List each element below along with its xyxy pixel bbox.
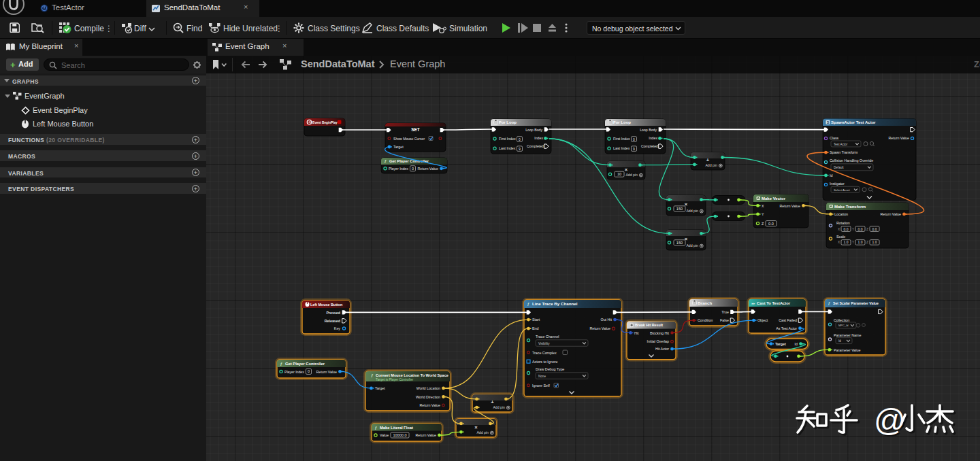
svg-text:Default: Default xyxy=(834,166,844,169)
svg-text:Value: Value xyxy=(380,433,389,437)
svg-text:Get Player Controller: Get Player Controller xyxy=(285,362,325,366)
svg-text:Released: Released xyxy=(325,319,340,323)
svg-text:Player Index: Player Index xyxy=(284,370,304,374)
svg-text:S: S xyxy=(827,120,830,124)
svg-text:Collection: Collection xyxy=(834,318,849,322)
svg-text:×: × xyxy=(474,424,478,430)
svg-text:X: X xyxy=(762,204,764,208)
svg-text:Target: Target xyxy=(375,386,385,390)
svg-text:Trace Channel: Trace Channel xyxy=(536,335,559,339)
svg-text:Trace Complex: Trace Complex xyxy=(532,351,557,355)
svg-text:Loop Body: Loop Body xyxy=(640,128,657,132)
svg-text:Location: Location xyxy=(834,212,848,216)
svg-text:Condition: Condition xyxy=(698,318,713,322)
svg-text:Actors to Ignore: Actors to Ignore xyxy=(532,360,557,364)
svg-text:@: @ xyxy=(874,403,906,438)
svg-text:Target is Player Controller: Target is Player Controller xyxy=(376,378,414,381)
svg-text:Add pin: Add pin xyxy=(705,163,717,167)
svg-text:None: None xyxy=(538,375,546,378)
svg-text:Start: Start xyxy=(532,318,540,322)
svg-text:Rotation: Rotation xyxy=(836,221,850,225)
svg-text:SpawnActor Test Actor: SpawnActor Test Actor xyxy=(831,120,876,124)
svg-text:Player Index: Player Index xyxy=(389,167,408,171)
svg-text:Collision Handling Override: Collision Handling Override xyxy=(830,158,873,163)
svg-text:Hit Actor: Hit Actor xyxy=(655,347,669,351)
svg-text:10: 10 xyxy=(617,172,621,176)
svg-text:Select Asset: Select Asset xyxy=(834,188,850,192)
svg-text:Class: Class xyxy=(830,136,839,140)
svg-text:Left Mouse Button: Left Mouse Button xyxy=(310,303,342,307)
svg-text:Add pin: Add pin xyxy=(686,209,698,213)
svg-text:0: 0 xyxy=(519,137,521,141)
svg-text:Convert Mouse Location To Worl: Convert Mouse Location To World Space xyxy=(376,373,448,377)
svg-text:First Index: First Index xyxy=(613,137,630,141)
svg-text:Out Hit: Out Hit xyxy=(601,318,612,322)
svg-text:9: 9 xyxy=(633,147,635,151)
svg-text:For Loop: For Loop xyxy=(613,120,631,124)
svg-text:Return Value: Return Value xyxy=(415,433,436,437)
svg-text:Return Value: Return Value xyxy=(589,326,610,330)
svg-text:Cast Failed: Cast Failed xyxy=(779,318,797,322)
svg-text:Pressed: Pressed xyxy=(326,311,340,315)
svg-text:+: + xyxy=(491,399,494,405)
svg-text:+: + xyxy=(706,157,710,163)
svg-text:Return Value: Return Value xyxy=(417,167,438,171)
svg-text:Add pin: Add pin xyxy=(493,405,505,409)
svg-text:Id: Id xyxy=(838,339,841,343)
svg-text:Target: Target xyxy=(393,145,404,149)
svg-text:Draw Debug Type: Draw Debug Type xyxy=(536,367,564,371)
svg-text:0.0: 0.0 xyxy=(858,227,863,231)
svg-text:0: 0 xyxy=(633,137,635,141)
svg-text:Initial Overlap: Initial Overlap xyxy=(647,339,669,343)
svg-text:False: False xyxy=(720,318,729,322)
svg-text:0.0: 0.0 xyxy=(872,227,877,231)
svg-text:Last Index: Last Index xyxy=(613,146,630,150)
svg-text:MPC_Id: MPC_Id xyxy=(838,324,848,327)
svg-text:Make Vector: Make Vector xyxy=(762,197,786,201)
svg-text:Loop Body: Loop Body xyxy=(525,128,542,132)
svg-text:Spawn Transform: Spawn Transform xyxy=(830,150,858,154)
svg-text:Instigator: Instigator xyxy=(830,182,845,186)
svg-text:Set Scalar Parameter Value: Set Scalar Parameter Value xyxy=(833,301,879,305)
svg-text:150: 150 xyxy=(676,207,683,211)
svg-text:Branch: Branch xyxy=(698,301,713,305)
svg-text:10000.0: 10000.0 xyxy=(393,433,406,437)
svg-text:World Location: World Location xyxy=(416,386,440,390)
svg-text:End: End xyxy=(532,326,538,330)
svg-text:As Test Actor: As Test Actor xyxy=(776,326,797,330)
svg-text:Object: Object xyxy=(757,318,768,322)
svg-text:SET: SET xyxy=(411,127,420,132)
svg-text:Index: Index xyxy=(649,136,657,140)
svg-text:Parameter Value: Parameter Value xyxy=(834,348,860,352)
svg-text:Hit: Hit xyxy=(634,331,639,335)
svg-text:Last Index: Last Index xyxy=(499,146,516,150)
svg-text:Line Trace By Channel: Line Trace By Channel xyxy=(532,301,578,306)
svg-text:Make Transform: Make Transform xyxy=(834,205,866,209)
svg-text:First Index: First Index xyxy=(499,137,516,141)
svg-text:Target: Target xyxy=(775,342,786,346)
svg-text:Completed: Completed xyxy=(641,144,658,148)
svg-text:Return Value: Return Value xyxy=(419,403,440,407)
svg-text:Test Actor: Test Actor xyxy=(834,143,848,146)
svg-text:0.0: 0.0 xyxy=(768,222,774,226)
svg-text:150: 150 xyxy=(676,241,683,245)
svg-text:Ignore Self: Ignore Self xyxy=(532,383,550,388)
svg-text:Id: Id xyxy=(795,342,798,346)
svg-text:1.0: 1.0 xyxy=(872,240,877,244)
svg-text:9: 9 xyxy=(519,147,521,151)
svg-text:Return Value: Return Value xyxy=(880,212,901,216)
svg-text:For Loop: For Loop xyxy=(499,120,517,124)
svg-text:Completed: Completed xyxy=(527,144,544,148)
svg-text:▸▸: ▸▸ xyxy=(752,301,756,305)
svg-text:Return Value: Return Value xyxy=(779,204,800,208)
svg-text:Add pin: Add pin xyxy=(686,243,698,247)
svg-text:1.0: 1.0 xyxy=(858,240,863,244)
svg-text:×: × xyxy=(625,167,628,173)
svg-text:Index: Index xyxy=(534,136,543,140)
svg-text:Cast To TestActor: Cast To TestActor xyxy=(757,301,791,305)
svg-text:Z: Z xyxy=(866,241,868,244)
svg-text:Add pin: Add pin xyxy=(625,173,638,177)
svg-text:Id: Id xyxy=(830,173,832,177)
svg-text:Show Mouse Cursor: Show Mouse Cursor xyxy=(393,137,425,141)
svg-text:True: True xyxy=(721,310,729,314)
